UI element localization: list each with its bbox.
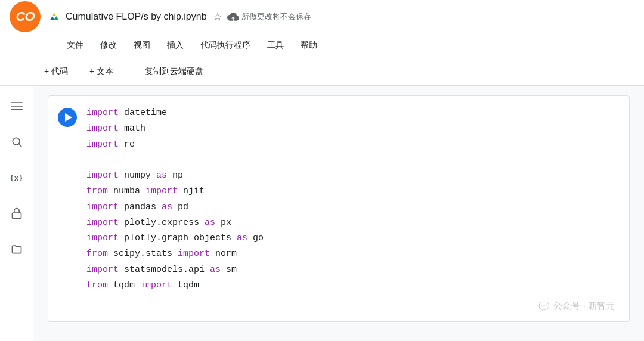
code-line-10: import statsmodels.api as sm bbox=[86, 262, 620, 278]
code-line-11: from tqdm import tqdm bbox=[86, 278, 620, 293]
title-bar: CO Cumulative FLOP/s by chip.ipynb ☆ 所做更… bbox=[0, 0, 644, 33]
menu-help[interactable]: 帮助 bbox=[293, 38, 324, 53]
watermark-text: 公众号 · 新智元 bbox=[553, 300, 615, 312]
svg-rect-2 bbox=[11, 106, 23, 107]
code-line-2: import math bbox=[86, 121, 620, 137]
toolbar-separator bbox=[129, 64, 129, 79]
code-cell: import datetime import math import re im… bbox=[48, 95, 630, 322]
sidebar: {x} bbox=[0, 86, 33, 341]
menu-file[interactable]: 文件 bbox=[60, 38, 91, 53]
code-line-3: import re bbox=[86, 137, 620, 153]
code-editor[interactable]: import datetime import math import re im… bbox=[86, 106, 620, 293]
secrets-icon[interactable] bbox=[6, 203, 27, 224]
cloud-icon bbox=[227, 11, 239, 23]
drive-icon bbox=[48, 10, 61, 23]
svg-point-4 bbox=[13, 138, 20, 145]
menu-view[interactable]: 视图 bbox=[126, 38, 157, 53]
code-line-empty-1 bbox=[86, 153, 620, 168]
colab-logo: CO bbox=[10, 1, 41, 32]
toolbar: + 代码 + 文本 复制到云端硬盘 bbox=[0, 57, 644, 86]
menu-runtime[interactable]: 代码执行程序 bbox=[193, 38, 258, 53]
variables-icon[interactable]: {x} bbox=[6, 167, 27, 188]
main-area: {x} import datetime import math import r… bbox=[0, 86, 644, 341]
save-status: 所做更改将不会保存 bbox=[242, 11, 311, 22]
menu-edit[interactable]: 修改 bbox=[93, 38, 124, 53]
copy-to-drive-button[interactable]: 复制到云端硬盘 bbox=[137, 63, 212, 80]
file-name: Cumulative FLOP/s by chip.ipynb bbox=[66, 11, 207, 22]
menu-icon[interactable] bbox=[6, 95, 27, 117]
code-line-5: from numba import njit bbox=[86, 184, 620, 199]
add-text-button[interactable]: + 文本 bbox=[81, 63, 122, 80]
watermark: 💬 公众号 · 新智元 bbox=[538, 300, 615, 312]
menu-tools[interactable]: 工具 bbox=[260, 38, 291, 53]
code-line-7: import plotly.express as px bbox=[86, 215, 620, 231]
run-button[interactable] bbox=[58, 108, 77, 127]
svg-line-5 bbox=[18, 144, 21, 147]
code-line-1: import datetime bbox=[86, 106, 620, 121]
code-line-9: from scipy.stats import norm bbox=[86, 246, 620, 262]
notebook-content: import datetime import math import re im… bbox=[33, 86, 644, 341]
add-code-button[interactable]: + 代码 bbox=[36, 63, 76, 80]
files-icon[interactable] bbox=[6, 238, 27, 260]
wechat-icon: 💬 bbox=[538, 301, 550, 312]
code-line-6: import pandas as pd bbox=[86, 200, 620, 215]
svg-rect-6 bbox=[12, 213, 21, 218]
menu-insert[interactable]: 插入 bbox=[160, 38, 191, 53]
code-line-8: import plotly.graph_objects as go bbox=[86, 231, 620, 246]
svg-rect-1 bbox=[11, 102, 23, 103]
svg-rect-3 bbox=[11, 109, 23, 110]
code-line-4: import numpy as np bbox=[86, 168, 620, 184]
star-icon[interactable]: ☆ bbox=[213, 10, 222, 23]
search-icon[interactable] bbox=[6, 131, 27, 153]
menu-bar: 文件 修改 视图 插入 代码执行程序 工具 帮助 bbox=[0, 33, 644, 57]
